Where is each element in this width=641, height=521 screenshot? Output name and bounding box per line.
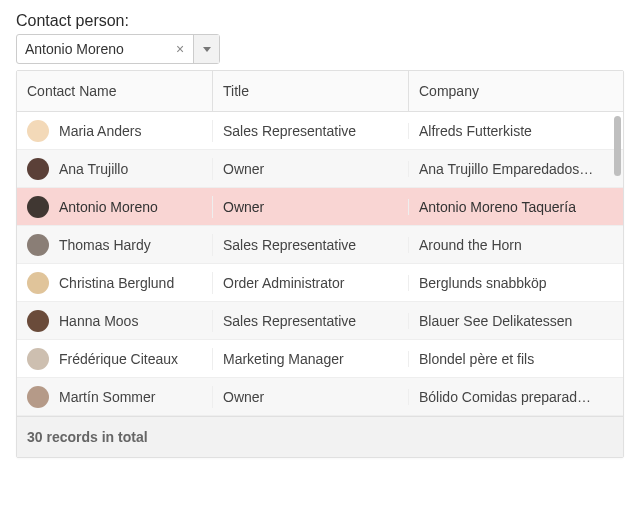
cell-title: Owner <box>213 389 409 405</box>
cell-contact-name: Martín Sommer <box>17 386 213 408</box>
grid-footer: 30 records in total <box>17 416 623 457</box>
column-header-name[interactable]: Contact Name <box>17 71 213 111</box>
close-icon: × <box>176 41 184 57</box>
cell-company: Alfreds Futterkiste <box>409 123 623 139</box>
cell-company: Blondel père et fils <box>409 351 623 367</box>
contact-combobox[interactable]: × <box>16 34 220 64</box>
contact-name-text: Christina Berglund <box>59 275 174 291</box>
cell-contact-name: Maria Anders <box>17 120 213 142</box>
grid-body: Maria AndersSales RepresentativeAlfreds … <box>17 112 623 416</box>
grid-header: Contact Name Title Company <box>17 71 623 112</box>
avatar <box>27 272 49 294</box>
avatar <box>27 234 49 256</box>
contact-name-text: Martín Sommer <box>59 389 155 405</box>
table-row[interactable]: Thomas HardySales RepresentativeAround t… <box>17 226 623 264</box>
cell-contact-name: Ana Trujillo <box>17 158 213 180</box>
scrollbar-thumb[interactable] <box>614 116 621 176</box>
avatar <box>27 120 49 142</box>
contact-name-text: Frédérique Citeaux <box>59 351 178 367</box>
avatar <box>27 348 49 370</box>
avatar <box>27 158 49 180</box>
column-header-company[interactable]: Company <box>409 71 623 111</box>
table-row[interactable]: Frédérique CiteauxMarketing ManagerBlond… <box>17 340 623 378</box>
field-label: Contact person: <box>16 12 625 30</box>
cell-company: Blauer See Delikatessen <box>409 313 623 329</box>
avatar <box>27 196 49 218</box>
table-row[interactable]: Hanna MoosSales RepresentativeBlauer See… <box>17 302 623 340</box>
cell-company: Antonio Moreno Taquería <box>409 199 623 215</box>
table-row[interactable]: Christina BerglundOrder AdministratorBer… <box>17 264 623 302</box>
cell-title: Sales Representative <box>213 313 409 329</box>
cell-contact-name: Thomas Hardy <box>17 234 213 256</box>
table-row[interactable]: Ana TrujilloOwnerAna Trujillo Emparedado… <box>17 150 623 188</box>
cell-contact-name: Antonio Moreno <box>17 196 213 218</box>
cell-title: Marketing Manager <box>213 351 409 367</box>
column-header-title[interactable]: Title <box>213 71 409 111</box>
chevron-down-icon <box>203 47 211 52</box>
contact-name-text: Ana Trujillo <box>59 161 128 177</box>
cell-company: Ana Trujillo Emparedados… <box>409 161 623 177</box>
clear-button[interactable]: × <box>167 35 193 63</box>
avatar <box>27 310 49 332</box>
cell-contact-name: Frédérique Citeaux <box>17 348 213 370</box>
contact-name-text: Antonio Moreno <box>59 199 158 215</box>
cell-title: Owner <box>213 161 409 177</box>
cell-title: Sales Representative <box>213 237 409 253</box>
contact-input[interactable] <box>17 35 167 63</box>
cell-company: Berglunds snabbköp <box>409 275 623 291</box>
dropdown-toggle[interactable] <box>193 35 219 63</box>
contact-name-text: Maria Anders <box>59 123 141 139</box>
table-row[interactable]: Martín SommerOwnerBólido Comidas prepara… <box>17 378 623 416</box>
cell-title: Sales Representative <box>213 123 409 139</box>
cell-company: Bólido Comidas preparad… <box>409 389 623 405</box>
cell-company: Around the Horn <box>409 237 623 253</box>
table-row[interactable]: Antonio MorenoOwnerAntonio Moreno Taquer… <box>17 188 623 226</box>
cell-title: Order Administrator <box>213 275 409 291</box>
cell-title: Owner <box>213 199 409 215</box>
contact-name-text: Hanna Moos <box>59 313 138 329</box>
avatar <box>27 386 49 408</box>
cell-contact-name: Hanna Moos <box>17 310 213 332</box>
table-row[interactable]: Maria AndersSales RepresentativeAlfreds … <box>17 112 623 150</box>
contacts-grid: Contact Name Title Company Maria AndersS… <box>16 70 624 458</box>
contact-name-text: Thomas Hardy <box>59 237 151 253</box>
cell-contact-name: Christina Berglund <box>17 272 213 294</box>
